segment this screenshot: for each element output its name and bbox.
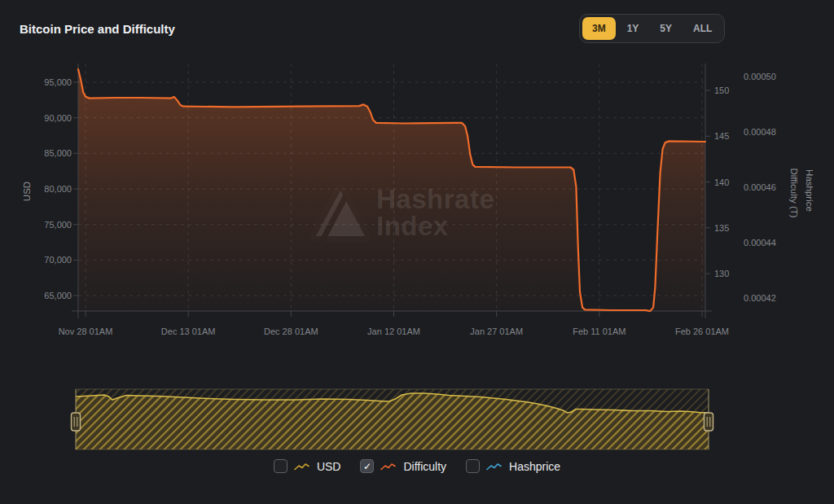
legend-label: Difficulty [403,460,446,473]
navigator-right-handle[interactable] [705,413,713,431]
date-axis-tick-label: Feb 11 01AM [573,327,626,336]
time-range-selector: 3M1Y5YALL [579,14,725,43]
navigator-usd-line [76,393,709,413]
left-axis-title: USD [22,182,32,201]
watermark-text-line1: Hashrate [376,186,494,213]
legend-item-difficulty[interactable]: ✓Difficulty [360,459,446,473]
legend-item-usd[interactable]: USD [274,459,341,473]
range-button-3m[interactable]: 3M [582,17,616,40]
navigator-selected-window[interactable] [76,389,709,449]
date-axis-tick-label: Jan 12 01AM [367,327,420,336]
difficulty-line-icon [380,462,397,471]
navigator-usd-area [76,393,709,449]
hashprice-line-icon [486,462,503,471]
date-axis-tick-label: Dec 28 01AM [264,327,318,336]
navigator-usd-area-hatch [76,393,709,449]
right-axis-title-difficulty: Difficulty (T) [789,168,799,217]
legend-label: USD [317,460,341,473]
usd-axis-tick-label: 70,000 [16,255,72,265]
watermark-text-line2: Index [376,213,449,239]
difficulty-area-fill [78,69,705,311]
usd-line-icon [294,462,310,471]
date-axis-tick-label: Nov 28 01AM [59,327,113,336]
usd-axis-tick-label: 75,000 [16,220,72,230]
range-button-5y[interactable]: 5Y [650,17,682,40]
hashprice-axis-tick-label: 0.00046 [744,182,776,192]
chart-canvas[interactable] [0,0,834,504]
usd-axis-tick-label: 95,000 [16,77,72,87]
checkbox-hashprice[interactable] [466,459,480,473]
difficulty-axis-tick-label: 150 [714,85,729,95]
navigator-left-handle[interactable] [72,413,81,431]
range-button-1y[interactable]: 1Y [617,17,649,40]
area-fill-layer [0,0,834,504]
usd-axis-tick-label: 65,000 [16,291,72,300]
usd-axis-tick-label: 90,000 [16,113,72,123]
hashprice-axis-tick-label: 0.00042 [744,293,776,303]
navigator[interactable] [72,389,713,449]
date-axis-tick-label: Jan 27 01AM [470,327,523,336]
difficulty-axis-tick-label: 140 [714,177,729,187]
right-axis-title-hashprice: Hashprice [805,169,814,212]
range-button-all[interactable]: ALL [683,17,722,40]
checkbox-usd[interactable] [274,459,288,473]
hashprice-axis-tick-label: 0.00044 [744,238,776,248]
page-title: Bitcoin Price and Difficulty [20,22,175,36]
bitcoin-price-difficulty-panel: Bitcoin Price and Difficulty 3M1Y5YALL H… [0,0,834,504]
watermark: Hashrate Index [0,0,834,504]
hashprice-axis-tick-label: 0.00048 [744,127,776,137]
hashrate-index-logo-icon [303,177,376,251]
legend-item-hashprice[interactable]: Hashprice [466,459,560,473]
axis-lines [72,64,712,318]
gridlines [78,64,705,311]
legend-label: Hashprice [509,460,560,473]
legend: USD✓DifficultyHashprice [0,459,834,473]
difficulty-line [78,69,705,311]
checkbox-difficulty[interactable]: ✓ [360,459,374,473]
difficulty-axis-tick-label: 130 [714,269,729,278]
hashprice-axis-tick-label: 0.00050 [744,72,776,81]
difficulty-axis-tick-label: 135 [714,223,729,233]
date-axis-tick-label: Dec 13 01AM [161,327,216,336]
difficulty-axis-tick-label: 145 [714,131,729,141]
usd-axis-tick-label: 85,000 [16,148,72,158]
date-axis-tick-label: Feb 26 01AM [675,327,729,336]
